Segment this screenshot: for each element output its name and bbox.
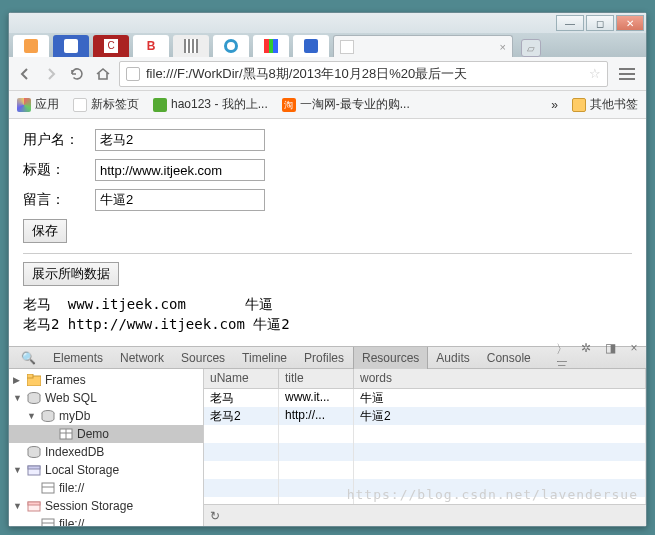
folder-icon: [27, 374, 41, 386]
pinned-tab[interactable]: C: [93, 35, 129, 57]
toolbar: file:///F:/WorkDir/黑马8期/2013年10月28日%20最后…: [9, 57, 646, 91]
col-title[interactable]: title: [279, 369, 354, 388]
tree-file-origin[interactable]: file://: [9, 479, 203, 497]
cell: [354, 425, 646, 443]
devtools-tab[interactable]: Network: [112, 347, 173, 369]
refresh-icon[interactable]: ↻: [210, 509, 220, 523]
tree-websql[interactable]: ▼Web SQL: [9, 389, 203, 407]
devtools-panel: 🔍 ElementsNetworkSourcesTimelineProfiles…: [9, 346, 646, 526]
pinned-tab[interactable]: B: [133, 35, 169, 57]
tab-close-icon[interactable]: ×: [500, 41, 506, 53]
table-row[interactable]: 老马www.it...牛逼: [204, 389, 646, 407]
devtools-tabs: 🔍 ElementsNetworkSourcesTimelineProfiles…: [9, 347, 646, 369]
cell: [279, 497, 354, 504]
close-button[interactable]: ✕: [616, 15, 644, 31]
tree-frames[interactable]: ▶Frames: [9, 371, 203, 389]
save-button[interactable]: 保存: [23, 219, 67, 243]
reload-button[interactable]: [67, 64, 87, 84]
record-line: 老马 www.itjeek.com 牛逼: [23, 294, 632, 314]
cell: 牛逼: [354, 389, 646, 407]
cell: 牛逼2: [354, 407, 646, 425]
tree-file-origin[interactable]: file://: [9, 515, 203, 526]
table-icon: [41, 482, 55, 494]
cell: [204, 425, 279, 443]
apps-button[interactable]: 应用: [17, 96, 59, 113]
devtools-tab[interactable]: Resources: [353, 347, 428, 369]
cell: [204, 461, 279, 479]
pinned-tab[interactable]: [173, 35, 209, 57]
cell: [279, 479, 354, 497]
database-icon: [41, 410, 55, 422]
favicon-icon: B: [144, 39, 158, 53]
titlebar: — ◻ ✕: [9, 13, 646, 33]
grid-body[interactable]: 老马www.it...牛逼老马2http://...牛逼2https://blo…: [204, 389, 646, 504]
cell: [204, 497, 279, 504]
devtools-search-icon[interactable]: 🔍: [13, 347, 45, 369]
address-bar[interactable]: file:///F:/WorkDir/黑马8期/2013年10月28日%20最后…: [119, 61, 608, 87]
bookmarks-bar: 应用 新标签页 hao123 - 我的上... 淘一淘网-最专业的购... » …: [9, 91, 646, 119]
pinned-tab[interactable]: [13, 35, 49, 57]
tree-sessionstorage[interactable]: ▼Session Storage: [9, 497, 203, 515]
tree-mydb[interactable]: ▼myDb: [9, 407, 203, 425]
devtools-tab[interactable]: Sources: [173, 347, 234, 369]
pinned-tab[interactable]: [213, 35, 249, 57]
maximize-button[interactable]: ◻: [586, 15, 614, 31]
menu-button[interactable]: [614, 61, 640, 87]
table-row[interactable]: [204, 443, 646, 461]
storage-icon: [27, 464, 41, 476]
show-all-button[interactable]: 展示所哟数据: [23, 262, 119, 286]
url-text: file:///F:/WorkDir/黑马8期/2013年10月28日%20最后…: [146, 65, 467, 83]
cell: [204, 479, 279, 497]
tabstrip: C B × ▱: [9, 33, 646, 57]
favicon-icon: 淘: [282, 98, 296, 112]
record-line: 老马2 http://www.itjeek.com 牛逼2: [23, 314, 632, 334]
devtools-tab[interactable]: Audits: [428, 347, 478, 369]
minimize-button[interactable]: —: [556, 15, 584, 31]
database-icon: [27, 446, 41, 458]
col-words[interactable]: words: [354, 369, 646, 388]
file-icon: [126, 67, 140, 81]
tree-localstorage[interactable]: ▼Local Storage: [9, 461, 203, 479]
forward-button[interactable]: [41, 64, 61, 84]
title-input[interactable]: [95, 159, 265, 181]
devtools-tab[interactable]: Timeline: [234, 347, 296, 369]
pinned-tab[interactable]: [293, 35, 329, 57]
resources-sidebar[interactable]: ▶Frames ▼Web SQL ▼myDb Demo IndexedDB ▼L…: [9, 369, 204, 526]
table-row[interactable]: 老马2http://...牛逼2: [204, 407, 646, 425]
overflow-button[interactable]: »: [551, 98, 558, 112]
svg-rect-10: [42, 483, 54, 493]
message-input[interactable]: [95, 189, 265, 211]
username-input[interactable]: [95, 129, 265, 151]
svg-rect-9: [28, 466, 40, 469]
tree-demo-table[interactable]: Demo: [9, 425, 203, 443]
table-row[interactable]: [204, 425, 646, 443]
cell: [279, 425, 354, 443]
col-uname[interactable]: uName: [204, 369, 279, 388]
cell: [279, 461, 354, 479]
new-tab-button[interactable]: ▱: [521, 39, 541, 57]
devtools-tab[interactable]: Elements: [45, 347, 112, 369]
storage-icon: [27, 500, 41, 512]
home-button[interactable]: [93, 64, 113, 84]
bookmark-item[interactable]: 淘一淘网-最专业的购...: [282, 96, 410, 113]
cell: 老马: [204, 389, 279, 407]
bookmark-item[interactable]: 新标签页: [73, 96, 139, 113]
tree-indexeddb[interactable]: IndexedDB: [9, 443, 203, 461]
bookmark-item[interactable]: hao123 - 我的上...: [153, 96, 268, 113]
pinned-tab[interactable]: [253, 35, 289, 57]
table-row[interactable]: [204, 461, 646, 479]
back-button[interactable]: [15, 64, 35, 84]
pinned-tab[interactable]: [53, 35, 89, 57]
table-row[interactable]: [204, 497, 646, 504]
svg-rect-13: [28, 502, 40, 505]
devtools-tab[interactable]: Profiles: [296, 347, 353, 369]
favicon-icon: [64, 39, 78, 53]
cell: [354, 443, 646, 461]
cell: [354, 461, 646, 479]
active-tab[interactable]: ×: [333, 35, 513, 57]
favicon-icon: [184, 39, 198, 53]
other-bookmarks[interactable]: 其他书签: [572, 96, 638, 113]
devtools-tab[interactable]: Console: [479, 347, 540, 369]
table-row[interactable]: [204, 479, 646, 497]
bookmark-star-icon[interactable]: ☆: [589, 66, 601, 81]
